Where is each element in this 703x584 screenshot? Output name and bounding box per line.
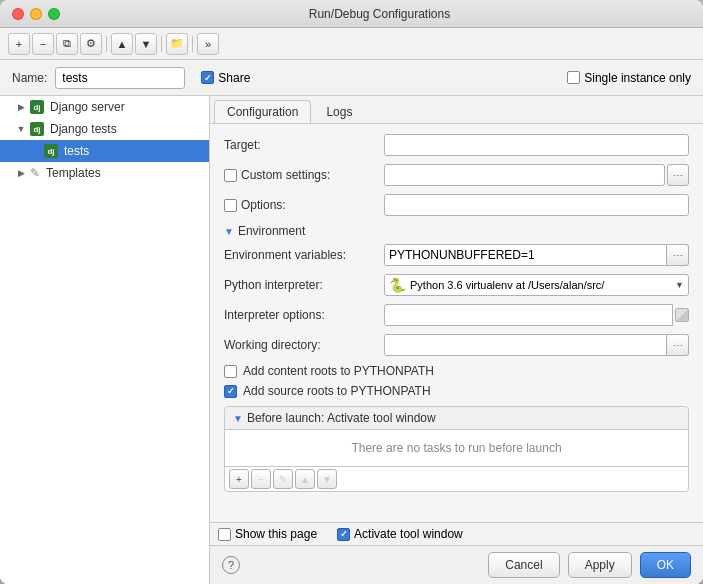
env-vars-input[interactable]	[384, 244, 667, 266]
before-launch-collapse-icon[interactable]: ▼	[233, 413, 243, 424]
env-vars-row: Environment variables: ⋯	[224, 244, 689, 266]
add-source-roots-checkbox[interactable]	[224, 385, 237, 398]
ok-button[interactable]: OK	[640, 552, 691, 578]
activate-tool-window-label: Activate tool window	[354, 527, 463, 541]
options-label: Options:	[241, 198, 286, 212]
minimize-button[interactable]	[30, 8, 42, 20]
configurations-toolbar: + − ⧉ ⚙ ▲ ▼ 📁 »	[0, 28, 703, 60]
interpreter-chevron-icon: ▼	[675, 280, 684, 290]
sidebar-item-label: Templates	[46, 166, 101, 180]
folder-button[interactable]: 📁	[166, 33, 188, 55]
before-launch-toolbar: + − ✎ ▲ ▼	[225, 466, 688, 491]
working-directory-input[interactable]	[384, 334, 667, 356]
add-source-roots-row: Add source roots to PYTHONPATH	[224, 384, 689, 398]
tab-configuration[interactable]: Configuration	[214, 100, 311, 123]
django-server-icon: dj	[30, 100, 44, 114]
traffic-lights	[12, 8, 60, 20]
copy-configuration-button[interactable]: ⧉	[56, 33, 78, 55]
name-label: Name:	[12, 71, 47, 85]
interpreter-value: Python 3.6 virtualenv at /Users/alan/src…	[410, 279, 675, 291]
target-row: Target:	[224, 134, 689, 156]
window-title: Run/Debug Configurations	[68, 7, 691, 21]
before-launch-header: ▼ Before launch: Activate tool window	[225, 407, 688, 430]
cancel-button[interactable]: Cancel	[488, 552, 559, 578]
environment-collapse-icon[interactable]: ▼	[224, 226, 234, 237]
settings-button[interactable]: ⚙	[80, 33, 102, 55]
single-instance-area: Single instance only	[567, 71, 691, 85]
right-panel: Configuration Logs Target: Custom settin…	[210, 96, 703, 584]
configurations-tree: ▶ dj Django server ▼ dj Django tests dj …	[0, 96, 210, 584]
env-vars-wrapper: ⋯	[384, 244, 689, 266]
remove-configuration-button[interactable]: −	[32, 33, 54, 55]
show-page-label: Show this page	[235, 527, 317, 541]
before-launch-down-button[interactable]: ▼	[317, 469, 337, 489]
interpreter-options-label: Interpreter options:	[224, 308, 384, 322]
sidebar-item-django-tests[interactable]: ▼ dj Django tests	[0, 118, 209, 140]
apply-button[interactable]: Apply	[568, 552, 632, 578]
close-button[interactable]	[12, 8, 24, 20]
interpreter-options-wrapper	[384, 304, 689, 326]
custom-settings-input[interactable]	[384, 164, 665, 186]
python-interpreter-label: Python interpreter:	[224, 278, 384, 292]
before-launch-add-button[interactable]: +	[229, 469, 249, 489]
python-interpreter-row: Python interpreter: 🐍 Python 3.6 virtual…	[224, 274, 689, 296]
python-interpreter-select[interactable]: 🐍 Python 3.6 virtualenv at /Users/alan/s…	[384, 274, 689, 296]
tab-logs[interactable]: Logs	[313, 100, 365, 123]
working-directory-browse-button[interactable]: ⋯	[667, 334, 689, 356]
before-launch-up-button[interactable]: ▲	[295, 469, 315, 489]
django-tests-icon: dj	[30, 122, 44, 136]
sidebar-item-label: Django server	[50, 100, 125, 114]
before-launch-edit-button[interactable]: ✎	[273, 469, 293, 489]
interpreter-options-input[interactable]	[384, 304, 673, 326]
python-icon: 🐍	[389, 277, 406, 293]
more-button[interactable]: »	[197, 33, 219, 55]
sidebar-item-tests[interactable]: dj tests	[0, 140, 209, 162]
toggle-tests	[28, 144, 42, 158]
interpreter-options-row: Interpreter options:	[224, 304, 689, 326]
env-vars-browse-button[interactable]: ⋯	[667, 244, 689, 266]
interpreter-options-resize[interactable]	[675, 308, 689, 322]
custom-settings-row: Custom settings: ⋯	[224, 164, 689, 186]
sidebar-item-templates[interactable]: ▶ ✎ Templates	[0, 162, 209, 184]
env-vars-label: Environment variables:	[224, 248, 384, 262]
activate-tool-window-checkbox[interactable]	[337, 528, 350, 541]
options-input[interactable]	[384, 194, 689, 216]
sidebar-item-label: tests	[64, 144, 89, 158]
sidebar-item-django-server[interactable]: ▶ dj Django server	[0, 96, 209, 118]
show-page-checkbox[interactable]	[218, 528, 231, 541]
title-bar: Run/Debug Configurations	[0, 0, 703, 28]
add-content-roots-checkbox[interactable]	[224, 365, 237, 378]
name-row: Name: Share Single instance only	[0, 60, 703, 96]
target-label: Target:	[224, 138, 384, 152]
custom-settings-checkbox[interactable]	[224, 169, 237, 182]
before-launch-empty-message: There are no tasks to run before launch	[225, 430, 688, 466]
sidebar-item-label: Django tests	[50, 122, 117, 136]
target-input[interactable]	[384, 134, 689, 156]
help-button[interactable]: ?	[222, 556, 240, 574]
toolbar-separator-3	[192, 36, 193, 52]
action-buttons: Cancel Apply OK	[488, 552, 691, 578]
maximize-button[interactable]	[48, 8, 60, 20]
share-checkbox[interactable]	[201, 71, 214, 84]
single-instance-label: Single instance only	[584, 71, 691, 85]
tests-icon: dj	[44, 144, 58, 158]
environment-section-header: ▼ Environment	[224, 224, 689, 238]
options-checkbox[interactable]	[224, 199, 237, 212]
single-instance-checkbox[interactable]	[567, 71, 580, 84]
show-page-area: Show this page Activate tool window	[218, 527, 695, 541]
before-launch-label: Before launch: Activate tool window	[247, 411, 436, 425]
run-debug-configurations-dialog: Run/Debug Configurations + − ⧉ ⚙ ▲ ▼ 📁 »…	[0, 0, 703, 584]
move-up-button[interactable]: ▲	[111, 33, 133, 55]
add-source-roots-label: Add source roots to PYTHONPATH	[243, 384, 431, 398]
templates-icon: ✎	[30, 166, 40, 180]
move-down-button[interactable]: ▼	[135, 33, 157, 55]
custom-settings-browse-button[interactable]: ⋯	[667, 164, 689, 186]
working-directory-row: Working directory: ⋯	[224, 334, 689, 356]
environment-label: Environment	[238, 224, 305, 238]
add-configuration-button[interactable]: +	[8, 33, 30, 55]
name-input[interactable]	[55, 67, 185, 89]
dialog-actions-row: ? Cancel Apply OK	[210, 545, 703, 584]
custom-settings-label: Custom settings:	[241, 168, 330, 182]
before-launch-remove-button[interactable]: −	[251, 469, 271, 489]
toolbar-separator	[106, 36, 107, 52]
